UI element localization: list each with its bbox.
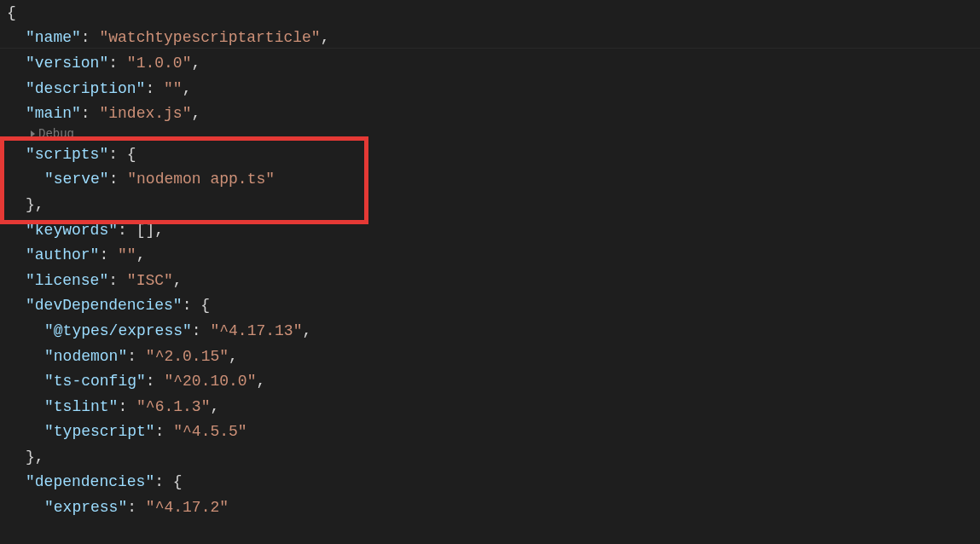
code-line[interactable]: "nodemon": "^2.0.15", [7,344,980,369]
json-key-tsconfig: "ts-config" [44,373,146,390]
json-key-dependencies: "dependencies" [26,473,154,490]
json-key-scripts: "scripts" [26,146,108,163]
json-key-keywords: "keywords" [26,222,118,239]
code-line[interactable]: "serve": "nodemon app.ts" [7,167,980,193]
code-line[interactable]: "devDependencies": { [7,293,980,319]
json-value-express: "^4.17.2" [146,499,229,516]
open-brace: { [7,4,16,21]
code-line[interactable]: "express": "^4.17.2" [7,495,980,520]
code-line[interactable]: "main": "index.js", [7,101,980,126]
json-key-version: "version" [26,55,108,72]
json-value-serve: "nodemon app.ts" [127,171,275,188]
json-value-nodemon: "^2.0.15" [146,348,229,365]
json-value-description: "" [164,80,183,97]
code-line[interactable]: { [7,0,980,26]
code-line[interactable]: "scripts": { [7,142,980,167]
json-key-license: "license" [26,272,108,289]
json-key-serve: "serve" [44,171,109,188]
json-value-typescript: "^4.5.5" [173,423,246,440]
json-key-description: "description" [26,80,145,97]
code-line[interactable]: "tslint": "^6.1.3", [7,394,980,420]
json-value-tsconfig: "^20.10.0" [164,373,256,390]
code-line[interactable]: "license": "ISC", [7,268,980,293]
json-key-types-express: "@types/express" [44,322,192,339]
code-editor[interactable]: { "name": "watchtypescriptarticle", "ver… [0,0,980,520]
code-line[interactable]: }, [7,192,980,217]
json-key-main: "main" [26,105,81,122]
json-value-license: "ISC" [127,272,173,289]
code-line[interactable]: "ts-config": "^20.10.0", [7,368,980,394]
play-icon [31,130,35,137]
debug-codelens[interactable]: Debug [7,126,980,142]
json-key-devdependencies: "devDependencies" [26,297,183,314]
json-key-tslint: "tslint" [44,398,118,415]
code-line[interactable]: "dependencies": { [7,470,980,495]
code-line[interactable]: "author": "", [7,242,980,268]
code-line[interactable]: "version": "1.0.0", [7,50,980,76]
json-key-express: "express" [44,499,127,516]
json-value-tslint: "^6.1.3" [136,398,210,415]
code-line[interactable]: "keywords": [], [7,217,980,243]
json-key-author: "author" [26,246,99,263]
json-value-main: "index.js" [99,105,191,122]
debug-label: Debug [38,127,74,141]
json-value-name: "watchtypescriptarticle" [99,29,320,46]
json-value-version: "1.0.0" [127,55,192,72]
json-key-name: "name" [26,29,81,46]
code-line[interactable]: "description": "", [7,76,980,101]
code-line[interactable]: "@types/express": "^4.17.13", [7,318,980,344]
code-line[interactable]: "name": "watchtypescriptarticle", [7,26,980,51]
code-line[interactable]: }, [7,444,980,470]
json-value-author: "" [118,246,136,263]
json-key-nodemon: "nodemon" [44,348,127,365]
json-value-types-express: "^4.17.13" [210,322,302,339]
json-key-typescript: "typescript" [44,423,155,440]
code-line[interactable]: "typescript": "^4.5.5" [7,420,980,445]
